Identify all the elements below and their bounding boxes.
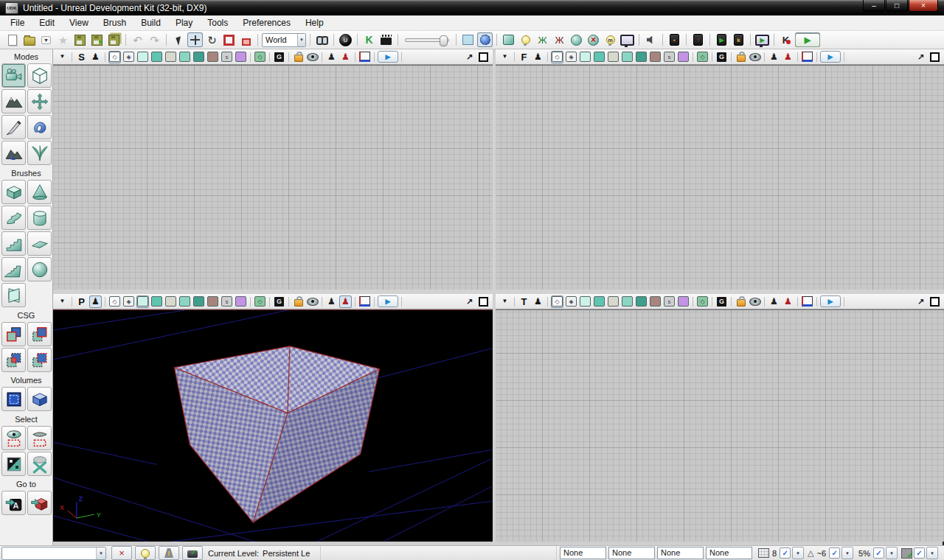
menu-help[interactable]: Help <box>298 16 331 29</box>
scale-tool-icon[interactable] <box>221 32 237 47</box>
autosave-dropdown[interactable]: ▼ <box>926 547 938 559</box>
property-field-2[interactable]: None <box>608 547 655 559</box>
build-all-submit-icon[interactable]: × <box>586 32 601 47</box>
realtime-toggle[interactable]: ♟ <box>339 295 352 308</box>
undo-icon[interactable]: ↶ <box>130 32 145 47</box>
maximize-viewport-icon[interactable] <box>929 295 941 308</box>
minimize-button[interactable]: – <box>863 0 885 12</box>
brush-cylinder[interactable] <box>27 206 52 230</box>
view-unlit[interactable] <box>136 51 149 63</box>
view-reflections[interactable] <box>677 51 690 63</box>
viewport-canvas-top-right[interactable] <box>496 65 944 290</box>
possess-pawn-icon[interactable]: ♟ <box>768 51 780 63</box>
view-wireframe[interactable]: ◇ <box>551 51 563 63</box>
mode-terrain[interactable] <box>1 89 26 113</box>
view-unlit[interactable] <box>136 295 149 308</box>
view-wireframe[interactable]: ◇ <box>551 295 563 308</box>
rotation-grid-dropdown[interactable]: ▼ <box>841 547 853 559</box>
view-light-complexity[interactable] <box>635 51 648 63</box>
brush-volumetric[interactable] <box>1 283 26 307</box>
menu-edit[interactable]: Edit <box>32 16 62 29</box>
scale-snap-dropdown[interactable]: ▼ <box>886 547 898 559</box>
game-view-toggle[interactable]: ♟ <box>89 51 102 63</box>
view-lightmap-density[interactable]: s <box>221 295 233 308</box>
realtime-toggle[interactable]: ♟ <box>782 295 794 308</box>
view-brush-wireframe[interactable]: ◈ <box>565 295 577 308</box>
game-view-toggle[interactable]: ♟ <box>532 295 544 308</box>
game-mode-toggle[interactable]: G <box>273 51 285 63</box>
view-light-complexity[interactable] <box>192 295 205 308</box>
build-all-icon[interactable] <box>569 32 584 47</box>
viewport-options-dropdown[interactable]: ▼ <box>56 295 69 308</box>
viewport-options-dropdown[interactable]: ▼ <box>56 51 69 63</box>
view-lightmap-density[interactable]: s <box>663 51 676 63</box>
lighting-quality-icon[interactable]: m <box>603 32 618 47</box>
view-brush-wireframe[interactable]: ◈ <box>122 295 135 308</box>
mobile-device-icon[interactable]: ▪ <box>667 32 682 47</box>
content-browser-icon[interactable]: U <box>338 32 353 47</box>
viewport-type-label[interactable]: S <box>75 51 88 63</box>
play-on-pc-icon[interactable]: ▶ <box>754 32 770 47</box>
popout-viewport-icon[interactable]: ↗ <box>463 51 476 63</box>
mode-camera[interactable] <box>1 63 26 88</box>
viewport-type-label[interactable]: P <box>75 295 88 308</box>
csg-subtract[interactable] <box>27 322 52 346</box>
view-light-complexity[interactable] <box>635 295 648 308</box>
viewport-layout-icon[interactable] <box>358 295 371 308</box>
view-wireframe[interactable]: ◇ <box>108 295 121 308</box>
select-show[interactable] <box>1 426 26 450</box>
volume-cube[interactable] <box>27 387 52 411</box>
menu-file[interactable]: File <box>3 16 32 29</box>
view-lit[interactable] <box>593 51 605 63</box>
viewport-type-label[interactable]: F <box>518 51 530 63</box>
goto-builder-brush[interactable] <box>27 491 52 515</box>
translucent-selection-icon[interactable] <box>477 32 493 47</box>
viewport-canvas-top-left[interactable] <box>53 65 493 290</box>
view-lit[interactable] <box>150 295 163 308</box>
view-unlit[interactable] <box>579 51 591 63</box>
viewport-layout-icon[interactable] <box>801 51 813 63</box>
build-lighting-icon[interactable] <box>518 32 533 47</box>
volume-add[interactable] <box>1 387 26 411</box>
show-flags-icon[interactable] <box>749 295 761 308</box>
property-field-4[interactable]: None <box>706 547 752 559</box>
view-texture-density[interactable]: ◇ <box>696 51 709 63</box>
play-in-viewport-button[interactable]: ▶ <box>378 295 398 308</box>
drag-grid-checkbox[interactable]: ✓ <box>780 547 791 559</box>
possess-pawn-icon[interactable]: ♟ <box>325 51 338 63</box>
game-mode-toggle[interactable]: G <box>273 295 285 308</box>
view-lighting-only[interactable] <box>178 295 191 308</box>
view-wireframe[interactable]: ◇ <box>108 51 121 63</box>
kismet-debug-icon[interactable]: K <box>778 32 794 47</box>
goto-actor[interactable] <box>1 491 26 515</box>
view-detail-lighting[interactable] <box>607 295 620 308</box>
save-all-levels-icon[interactable] <box>106 32 122 47</box>
menu-brush[interactable]: Brush <box>96 16 133 29</box>
brush-curved-staircase[interactable] <box>1 206 26 230</box>
brush-cone[interactable] <box>27 180 52 204</box>
menu-view[interactable]: View <box>62 16 96 29</box>
select-tool-icon[interactable] <box>170 32 186 47</box>
mode-foliage[interactable] <box>27 141 52 165</box>
view-detail-lighting[interactable] <box>164 51 177 63</box>
view-shader-complexity[interactable] <box>649 51 662 63</box>
brush-cube[interactable] <box>1 180 26 204</box>
property-field-3[interactable]: None <box>657 547 704 559</box>
lock-viewport-icon[interactable] <box>292 295 305 308</box>
maximize-viewport-icon[interactable] <box>929 51 941 63</box>
status-source-control[interactable]: × <box>111 546 132 560</box>
view-lit[interactable] <box>593 295 605 308</box>
csg-deintersect[interactable] <box>27 348 52 372</box>
select-hide-all[interactable] <box>27 452 52 476</box>
coordinate-system-combo[interactable]: World▼ <box>262 32 306 47</box>
menu-preferences[interactable]: Preferences <box>235 16 298 29</box>
mode-geometry[interactable] <box>27 63 52 88</box>
view-lit[interactable] <box>150 51 163 63</box>
menu-play[interactable]: Play <box>168 16 200 29</box>
mode-landscape[interactable] <box>1 141 26 165</box>
popout-viewport-icon[interactable]: ↗ <box>463 295 476 308</box>
mode-transform[interactable] <box>27 89 52 113</box>
maximize-button[interactable]: □ <box>886 0 908 12</box>
view-brush-wireframe[interactable]: ◈ <box>565 51 577 63</box>
view-brush-wireframe[interactable]: ◈ <box>122 51 135 63</box>
